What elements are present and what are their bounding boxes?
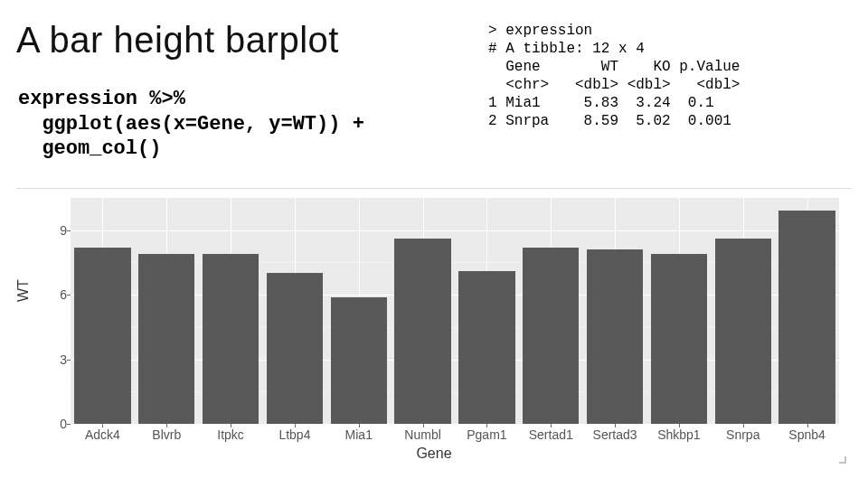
gridline-h — [71, 230, 839, 231]
y-tick-mark — [67, 295, 71, 296]
code-snippet: expression %>% ggplot(aes(x=Gene, y=WT))… — [18, 87, 364, 162]
x-tick-label: Numbl — [404, 427, 440, 442]
x-tick-mark — [423, 424, 424, 427]
bar-mia1 — [331, 297, 387, 424]
x-tick-mark — [807, 424, 808, 427]
x-tick-mark — [551, 424, 552, 427]
bar-sertad3 — [587, 249, 643, 424]
bar-ltbp4 — [267, 273, 323, 424]
y-tick-mark — [67, 230, 71, 231]
y-tick-mark — [67, 424, 71, 425]
bar-itpkc — [203, 254, 259, 424]
x-tick-label: Blvrb — [152, 427, 181, 442]
x-tick-label: Itpkc — [217, 427, 244, 442]
bar-pgam1 — [458, 271, 514, 424]
x-tick-label: Sertad3 — [593, 427, 637, 442]
x-tick-mark — [295, 424, 296, 427]
y-axis-title: WT — [15, 279, 32, 302]
x-tick-mark — [743, 424, 744, 427]
plot-panel — [71, 198, 839, 424]
x-tick-label: Ltbp4 — [278, 427, 310, 442]
x-tick-label: Mia1 — [345, 427, 373, 442]
slide-root: A bar height barplot expression %>% ggpl… — [0, 0, 868, 488]
x-tick-label: Pgam1 — [467, 427, 506, 442]
resize-handle-icon — [835, 453, 846, 464]
x-tick-mark — [486, 424, 487, 427]
x-axis-title: Gene — [16, 446, 852, 462]
x-tick-mark — [679, 424, 680, 427]
x-tick-label: Shkbp1 — [657, 427, 700, 442]
y-tick-mark — [67, 360, 71, 361]
x-tick-mark — [359, 424, 360, 427]
y-tick-label: 9 — [40, 223, 67, 238]
console-output: > expression # A tibble: 12 x 4 Gene WT … — [488, 22, 740, 130]
y-tick-label: 6 — [40, 287, 67, 302]
bar-sertad1 — [523, 248, 579, 424]
x-tick-mark — [231, 424, 231, 427]
bar-adck4 — [74, 248, 130, 424]
x-tick-label: Snrpa — [726, 427, 760, 442]
x-tick-label: Adck4 — [85, 427, 120, 442]
y-tick-label: 0 — [40, 417, 67, 431]
x-tick-mark — [102, 424, 103, 427]
x-tick-mark — [615, 424, 616, 427]
x-tick-mark — [166, 424, 167, 427]
chart-frame: WT Gene 0369Adck4BlvrbItpkcLtbp4Mia1Numb… — [16, 188, 852, 469]
x-tick-label: Spnb4 — [788, 427, 825, 442]
gridline-h — [71, 424, 839, 425]
slide-title: A bar height barplot — [16, 20, 339, 61]
x-tick-label: Sertad1 — [529, 427, 573, 442]
bar-snrpa — [715, 239, 771, 424]
bar-blvrb — [138, 254, 194, 424]
bar-shkbp1 — [651, 254, 707, 424]
bar-numbl — [394, 239, 450, 424]
bar-spnb4 — [778, 211, 835, 424]
y-tick-label: 3 — [40, 352, 67, 367]
